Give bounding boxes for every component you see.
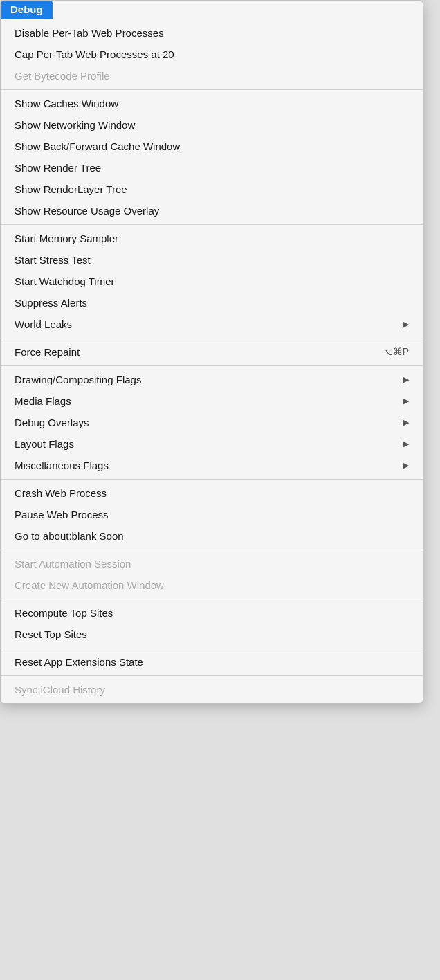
- recompute-top-sites[interactable]: Recompute Top Sites: [1, 602, 423, 624]
- media-flags-label: Media Flags: [15, 394, 389, 408]
- go-to-about-blank-label: Go to about:blank Soon: [15, 529, 409, 543]
- world-leaks-label: World Leaks: [15, 317, 389, 332]
- recompute-top-sites-label: Recompute Top Sites: [15, 606, 409, 620]
- show-networking[interactable]: Show Networking Window: [1, 114, 423, 136]
- show-render-tree-label: Show Render Tree: [15, 161, 409, 175]
- get-bytecode: Get Bytecode Profile: [1, 65, 423, 87]
- suppress-alerts[interactable]: Suppress Alerts: [1, 292, 423, 314]
- show-caches-label: Show Caches Window: [15, 96, 409, 111]
- get-bytecode-label: Get Bytecode Profile: [15, 69, 409, 83]
- pause-web-process[interactable]: Pause Web Process: [1, 504, 423, 525]
- section-windows: Show Caches WindowShow Networking Window…: [1, 90, 423, 225]
- section-automation: Start Automation SessionCreate New Autom…: [1, 550, 423, 599]
- start-stress-test-label: Start Stress Test: [15, 253, 409, 267]
- debug-overlays-arrow-icon: ▶: [403, 417, 409, 428]
- crash-web-process[interactable]: Crash Web Process: [1, 482, 423, 504]
- start-automation-session-label: Start Automation Session: [15, 556, 409, 571]
- start-watchdog[interactable]: Start Watchdog Timer: [1, 271, 423, 292]
- show-renderlayer-tree[interactable]: Show RenderLayer Tree: [1, 179, 423, 200]
- go-to-about-blank[interactable]: Go to about:blank Soon: [1, 525, 423, 547]
- show-render-tree[interactable]: Show Render Tree: [1, 157, 423, 179]
- show-resource-usage-label: Show Resource Usage Overlay: [15, 203, 409, 218]
- reset-app-extensions-state-label: Reset App Extensions State: [15, 655, 409, 669]
- miscellaneous-flags-arrow-icon: ▶: [403, 460, 409, 471]
- debug-overlays[interactable]: Debug Overlays▶: [1, 412, 423, 433]
- start-automation-session: Start Automation Session: [1, 553, 423, 574]
- sync-icloud-history-label: Sync iCloud History: [15, 682, 409, 697]
- media-flags-arrow-icon: ▶: [403, 396, 409, 406]
- media-flags[interactable]: Media Flags▶: [1, 390, 423, 412]
- section-flags: Drawing/Compositing Flags▶Media Flags▶De…: [1, 366, 423, 480]
- disable-per-tab[interactable]: Disable Per-Tab Web Processes: [1, 22, 423, 44]
- debug-menu: Debug Disable Per-Tab Web ProcessesCap P…: [0, 0, 423, 704]
- show-backforward-label: Show Back/Forward Cache Window: [15, 139, 409, 154]
- layout-flags[interactable]: Layout Flags▶: [1, 433, 423, 455]
- show-networking-label: Show Networking Window: [15, 118, 409, 132]
- drawing-compositing-flags-arrow-icon: ▶: [403, 374, 409, 385]
- show-renderlayer-tree-label: Show RenderLayer Tree: [15, 182, 409, 197]
- suppress-alerts-label: Suppress Alerts: [15, 296, 409, 310]
- section-testing: Start Memory SamplerStart Stress TestSta…: [1, 225, 423, 338]
- cap-per-tab-label: Cap Per-Tab Web Processes at 20: [15, 47, 409, 62]
- disable-per-tab-label: Disable Per-Tab Web Processes: [15, 26, 409, 40]
- section-processes: Disable Per-Tab Web ProcessesCap Per-Tab…: [1, 19, 423, 90]
- show-resource-usage[interactable]: Show Resource Usage Overlay: [1, 200, 423, 221]
- pause-web-process-label: Pause Web Process: [15, 507, 409, 522]
- start-stress-test[interactable]: Start Stress Test: [1, 249, 423, 271]
- force-repaint-label: Force Repaint: [15, 345, 368, 359]
- section-repaint: Force Repaint⌥⌘P: [1, 338, 423, 366]
- miscellaneous-flags-label: Miscellaneous Flags: [15, 458, 389, 473]
- drawing-compositing-flags-label: Drawing/Compositing Flags: [15, 372, 389, 387]
- menu-sections: Disable Per-Tab Web ProcessesCap Per-Tab…: [1, 19, 423, 703]
- force-repaint-shortcut: ⌥⌘P: [382, 345, 409, 359]
- layout-flags-arrow-icon: ▶: [403, 439, 409, 449]
- miscellaneous-flags[interactable]: Miscellaneous Flags▶: [1, 455, 423, 476]
- create-new-automation-window: Create New Automation Window: [1, 574, 423, 596]
- create-new-automation-window-label: Create New Automation Window: [15, 578, 409, 592]
- cap-per-tab[interactable]: Cap Per-Tab Web Processes at 20: [1, 44, 423, 65]
- sync-icloud-history: Sync iCloud History: [1, 679, 423, 700]
- menu-header-label: Debug: [10, 3, 43, 15]
- reset-top-sites[interactable]: Reset Top Sites: [1, 624, 423, 645]
- start-memory-sampler[interactable]: Start Memory Sampler: [1, 228, 423, 249]
- start-memory-sampler-label: Start Memory Sampler: [15, 231, 409, 246]
- show-backforward[interactable]: Show Back/Forward Cache Window: [1, 136, 423, 157]
- layout-flags-label: Layout Flags: [15, 437, 389, 451]
- section-process: Crash Web ProcessPause Web ProcessGo to …: [1, 480, 423, 550]
- section-icloud: Sync iCloud History: [1, 676, 423, 703]
- section-top-sites: Recompute Top SitesReset Top Sites: [1, 599, 423, 648]
- show-caches[interactable]: Show Caches Window: [1, 93, 423, 114]
- world-leaks[interactable]: World Leaks▶: [1, 314, 423, 335]
- start-watchdog-label: Start Watchdog Timer: [15, 274, 409, 289]
- section-reset-extensions: Reset App Extensions State: [1, 648, 423, 676]
- crash-web-process-label: Crash Web Process: [15, 486, 409, 500]
- reset-app-extensions-state[interactable]: Reset App Extensions State: [1, 651, 423, 673]
- debug-overlays-label: Debug Overlays: [15, 415, 389, 430]
- reset-top-sites-label: Reset Top Sites: [15, 627, 409, 642]
- force-repaint[interactable]: Force Repaint⌥⌘P: [1, 341, 423, 363]
- world-leaks-arrow-icon: ▶: [403, 319, 409, 329]
- menu-header: Debug: [1, 1, 53, 19]
- drawing-compositing-flags[interactable]: Drawing/Compositing Flags▶: [1, 369, 423, 390]
